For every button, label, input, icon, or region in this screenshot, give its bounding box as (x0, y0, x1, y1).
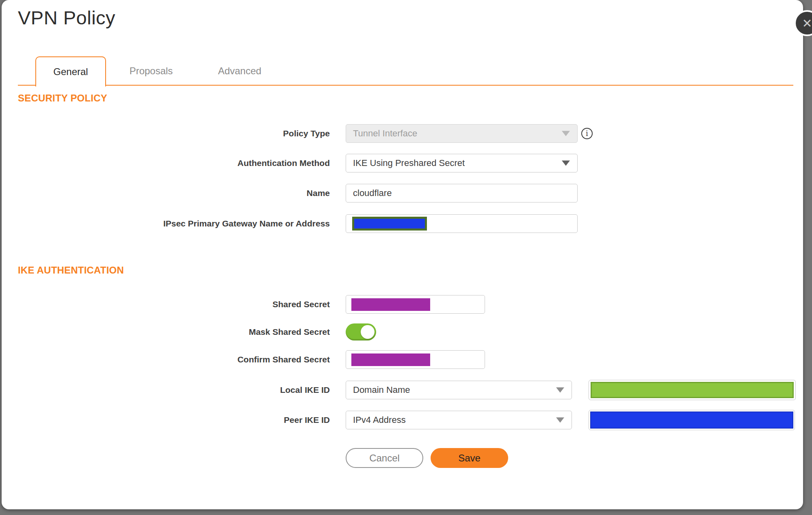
peer-ike-id-value: IPv4 Address (353, 415, 406, 425)
mask-shared-secret-label: Mask Shared Secret (2, 323, 330, 340)
peer-ike-id-value-input[interactable] (589, 410, 795, 430)
ike-authentication-heading: IKE AUTHENTICATION (18, 265, 124, 276)
gateway-label: IPsec Primary Gateway Name or Address (2, 214, 330, 233)
save-button[interactable]: Save (431, 448, 508, 468)
toggle-knob (361, 325, 375, 339)
tab-general-label: General (53, 66, 88, 78)
name-input[interactable] (353, 188, 577, 198)
info-icon[interactable]: i (581, 128, 593, 139)
auth-method-value: IKE Using Preshared Secret (353, 158, 465, 168)
local-ike-id-select[interactable]: Domain Name (346, 381, 572, 399)
chevron-down-icon (562, 161, 570, 166)
close-icon: ✕ (802, 16, 812, 30)
policy-type-value: Tunnel Interface (353, 128, 417, 139)
name-label: Name (2, 184, 330, 203)
tab-advanced[interactable]: Advanced (205, 56, 274, 86)
confirm-shared-secret-label: Confirm Shared Secret (2, 350, 330, 369)
shared-secret-redaction (351, 298, 430, 311)
chevron-down-icon (562, 131, 570, 136)
shared-secret-input[interactable] (346, 295, 485, 314)
chevron-down-icon (556, 388, 564, 393)
chevron-down-icon (556, 418, 564, 423)
local-ike-id-value-input[interactable] (589, 380, 796, 400)
gateway-redaction (352, 217, 427, 231)
tab-proposals[interactable]: Proposals (117, 56, 186, 86)
gateway-input[interactable] (346, 214, 578, 233)
confirm-shared-secret-redaction (351, 353, 430, 366)
name-field-wrap (346, 184, 578, 203)
page-title: VPN Policy (18, 6, 115, 29)
tab-general[interactable]: General (35, 56, 106, 86)
peer-ike-id-label: Peer IKE ID (2, 411, 330, 429)
peer-ike-id-redaction (590, 412, 793, 429)
policy-type-select: Tunnel Interface (346, 124, 578, 143)
peer-ike-id-select[interactable]: IPv4 Address (346, 411, 572, 429)
local-ike-id-label: Local IKE ID (2, 381, 330, 399)
vpn-policy-dialog: VPN Policy ✕ General Proposals Advanced … (2, 0, 803, 509)
local-ike-id-value: Domain Name (353, 385, 410, 395)
cancel-button[interactable]: Cancel (346, 448, 423, 468)
auth-method-label: Authentication Method (2, 154, 330, 172)
policy-type-label: Policy Type (2, 124, 330, 143)
security-policy-heading: SECURITY POLICY (18, 93, 107, 104)
close-button[interactable]: ✕ (794, 10, 812, 36)
mask-shared-secret-toggle[interactable] (346, 323, 376, 340)
tab-proposals-label: Proposals (130, 65, 173, 77)
auth-method-select[interactable]: IKE Using Preshared Secret (346, 154, 578, 172)
local-ike-id-redaction (591, 382, 794, 398)
confirm-shared-secret-input[interactable] (346, 350, 485, 369)
shared-secret-label: Shared Secret (2, 295, 330, 314)
tab-advanced-label: Advanced (218, 65, 262, 77)
